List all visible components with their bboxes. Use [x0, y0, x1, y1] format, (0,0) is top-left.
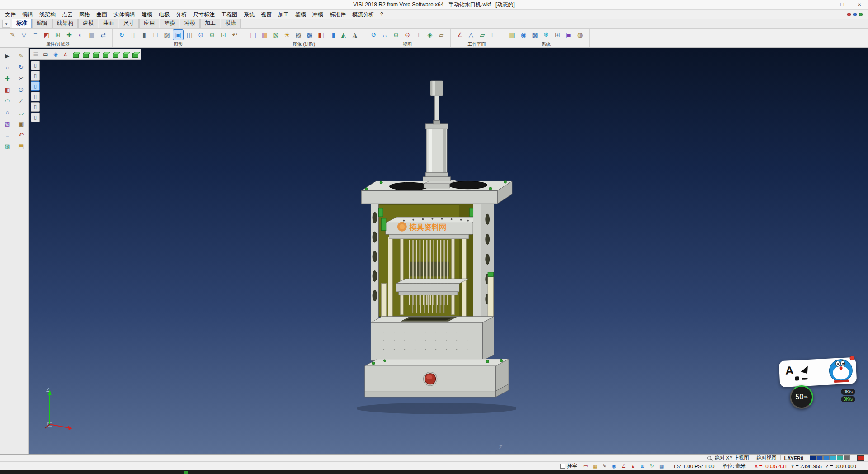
zoom-all-icon[interactable]: ⊕	[207, 30, 217, 40]
graphics-viewport[interactable]: ☰▭◈∠ ▯▯▯▯▯▯	[29, 48, 868, 454]
maximize-button[interactable]: ❐	[834, 0, 851, 9]
color-swatch[interactable]	[810, 455, 816, 460]
workplane-reset-icon[interactable]: ∟	[489, 30, 499, 40]
refresh-icon[interactable]: ↻	[648, 463, 656, 470]
zoom-window-icon[interactable]: ⊡	[218, 30, 228, 40]
view-bottom-cube-icon[interactable]	[121, 50, 130, 59]
tab-item[interactable]: 塑膜	[160, 18, 179, 28]
viewport-preset-3-button[interactable]: ▯	[31, 81, 40, 91]
gadget-card[interactable]: A	[779, 357, 857, 388]
menu-item[interactable]: 工程图	[218, 10, 241, 19]
wireframe-view-icon[interactable]: □	[151, 30, 160, 40]
color-swatch[interactable]	[844, 455, 850, 460]
calculator-icon[interactable]: ⊞	[552, 30, 562, 40]
viewport-preset-4-button[interactable]: ▯	[31, 92, 40, 101]
layers-icon[interactable]: ≡	[2, 130, 13, 140]
color-swatch[interactable]	[823, 455, 830, 460]
shadows-icon[interactable]: ▨	[293, 30, 303, 40]
tab-item[interactable]: 曲面	[99, 18, 118, 28]
snap-icon[interactable]: ✚	[2, 73, 13, 83]
arc-icon[interactable]: ◠	[2, 96, 13, 106]
view-iso-cube-icon[interactable]	[131, 50, 140, 59]
tab-item[interactable]: 线架构	[52, 18, 78, 28]
minimize-button[interactable]: ─	[816, 0, 834, 9]
menu-item[interactable]: 模流分析	[349, 10, 377, 19]
menu-item[interactable]: 标准件	[326, 10, 349, 19]
tab-item[interactable]: 标准	[12, 18, 32, 28]
hatch-icon[interactable]: ▨	[2, 141, 13, 151]
animation-icon[interactable]: ◭	[339, 30, 349, 40]
view-left-cube-icon[interactable]	[111, 50, 120, 59]
circle-icon[interactable]: ○	[2, 107, 13, 117]
absolute-view-label[interactable]: 绝对视图	[757, 455, 777, 461]
menu-item[interactable]: 文件	[2, 10, 19, 19]
filters-icon[interactable]: ▽	[19, 30, 29, 40]
viewport-preset-1-button[interactable]: ▯	[31, 61, 40, 70]
undo-icon[interactable]: ↶	[16, 130, 27, 140]
zoom-in-icon[interactable]: ⊕	[391, 30, 401, 40]
viewport-icon[interactable]: ⊞	[639, 463, 646, 470]
ucs-icon[interactable]: ∠	[620, 463, 627, 470]
grid-toggle-icon[interactable]: ▦	[658, 463, 665, 470]
search-icon[interactable]	[707, 456, 711, 460]
shading-on-icon[interactable]: ▮	[139, 30, 149, 40]
menu-item[interactable]: 加工	[275, 10, 292, 19]
rotate-icon[interactable]: ↻	[16, 62, 27, 72]
palette-icon[interactable]: ▦	[591, 463, 599, 470]
menu-item[interactable]: 系统	[241, 10, 258, 19]
database-icon[interactable]: ◍	[575, 30, 585, 40]
redraw-icon[interactable]: ↻	[117, 30, 127, 40]
rotate-view-icon[interactable]: ↺	[368, 30, 378, 40]
invert-selection-icon[interactable]: ◐	[75, 30, 85, 40]
sketch-icon[interactable]: ✎	[16, 51, 27, 61]
color-swatch[interactable]	[830, 455, 836, 460]
menu-item[interactable]: 曲面	[93, 10, 110, 19]
viewbar-axes-icon[interactable]: ∠	[61, 50, 70, 59]
tab-item[interactable]: 编辑	[32, 18, 52, 28]
menu-item[interactable]: 尺寸标注	[190, 10, 218, 19]
render-quality-icon[interactable]: ▤	[248, 30, 258, 40]
swap-visibility-icon[interactable]: ⇄	[98, 30, 108, 40]
viewbar-dynamic-view-icon[interactable]: ◈	[51, 50, 60, 59]
info-icon[interactable]: ◉	[610, 463, 618, 470]
menu-item[interactable]: 编辑	[19, 10, 36, 19]
color-swatch[interactable]	[837, 455, 843, 460]
machine-model-3d[interactable]: 模具资料网	[357, 80, 516, 418]
tab-item[interactable]: 模流	[221, 18, 241, 28]
menu-item[interactable]: 点云	[59, 10, 76, 19]
windows-taskbar-peek[interactable]	[0, 470, 868, 474]
table-icon[interactable]: ▩	[530, 30, 540, 40]
surface-icon[interactable]: ▧	[2, 118, 13, 128]
line-icon[interactable]: ∕	[16, 96, 27, 106]
workplane-3points-icon[interactable]: ▱	[477, 30, 487, 40]
workplane-entity-icon[interactable]: △	[466, 30, 476, 40]
selection-filter-icon[interactable]: ⊞	[53, 30, 63, 40]
view-iso-icon[interactable]: ◈	[425, 30, 435, 40]
volume-percent-widget[interactable]: 50%	[790, 385, 813, 409]
color-filter-icon[interactable]: ◩	[42, 30, 52, 40]
advanced-settings-icon[interactable]: ◮	[350, 30, 360, 40]
viewport-preset-5-button[interactable]: ▯	[31, 102, 40, 112]
view-top-cube-icon[interactable]	[71, 50, 80, 59]
lock-checkbox[interactable]	[560, 464, 565, 469]
menu-item[interactable]: 塑模	[292, 10, 309, 19]
monitor-icon[interactable]: ▣	[564, 30, 574, 40]
menu-item[interactable]: 视窗	[258, 10, 275, 19]
tab-item[interactable]: 冲模	[180, 18, 200, 28]
pan-view-icon[interactable]: ↔	[380, 30, 390, 40]
display-mode-icon[interactable]: ▭	[582, 463, 589, 470]
snapshot-icon[interactable]: ◨	[327, 30, 337, 40]
menu-item[interactable]: 电极	[156, 10, 173, 19]
solid-icon[interactable]: ▣	[16, 118, 27, 128]
view-plane-icon[interactable]: ▱	[436, 30, 446, 40]
lighting-icon[interactable]: ☀	[282, 30, 292, 40]
layer-manager-icon[interactable]: ≡	[30, 30, 40, 40]
grid-settings-icon[interactable]: ▦	[507, 30, 517, 40]
mask-elements-icon[interactable]: ▦	[87, 30, 97, 40]
move-icon[interactable]: ↔	[2, 62, 13, 72]
shading-off-icon[interactable]: ▯	[128, 30, 138, 40]
section-view-icon[interactable]: ◧	[316, 30, 326, 40]
close-button[interactable]: ✕	[851, 0, 868, 9]
paint-icon[interactable]: ◧	[2, 85, 13, 95]
tab-item[interactable]: 加工	[200, 18, 220, 28]
